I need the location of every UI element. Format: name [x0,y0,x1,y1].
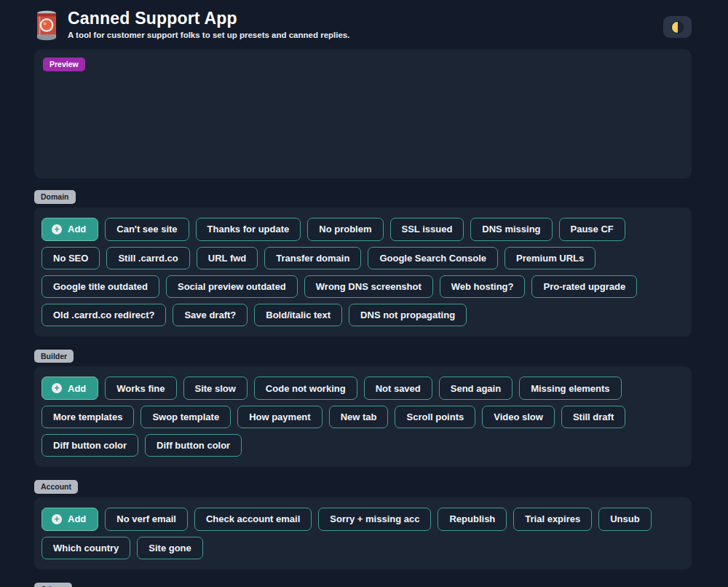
plus-circle-icon: + [52,224,62,235]
preset-chip[interactable]: No verf email [105,508,188,531]
preset-chip[interactable]: Check account email [194,508,312,531]
preset-chip[interactable]: Diff button color [145,434,242,457]
preset-chip[interactable]: Google Search Console [368,247,498,269]
preset-chip[interactable]: Works fine [105,377,176,400]
preset-chip[interactable]: Swop template [141,406,231,428]
preset-chip[interactable]: Web hosting? [440,275,526,298]
preset-chip[interactable]: Save draft? [173,304,248,326]
section-label-badge: Account [34,480,78,494]
preset-section: Others +Add Print receiptReferral progra… [34,582,692,587]
preset-chip[interactable]: Premium URLs [505,247,596,269]
preset-section: Domain +Add Can't see siteThanks for upd… [34,189,692,336]
preset-chip[interactable]: Site gone [137,537,203,559]
preview-badge: Preview [43,58,85,71]
preset-chip[interactable]: Diff button color [41,434,138,457]
preset-chip[interactable]: Google title outdated [41,275,159,298]
preset-chip[interactable]: Video slow [482,406,555,428]
section-label-badge: Domain [34,190,76,204]
page-title: Canned Support App [68,9,349,28]
preset-chip[interactable]: Wrong DNS screenshot [304,275,433,298]
preset-chip[interactable]: Social preview outdated [166,275,298,298]
preset-chip[interactable]: Sorry + missing acc [318,508,431,531]
app-header: Canned Support App A tool for customer s… [34,9,692,41]
title-block: Canned Support App A tool for customer s… [68,9,349,39]
preset-chip[interactable]: Can't see site [105,218,189,241]
half-moon-icon [671,21,684,34]
preset-chip[interactable]: Trial expires [513,508,592,531]
preset-chip[interactable]: How payment [237,406,323,428]
add-preset-button[interactable]: +Add [41,508,98,531]
preset-chip[interactable]: Missing elements [519,377,621,400]
preset-chip[interactable]: Pause CF [559,218,625,241]
section-chips-panel: +Add Can't see siteThanks for updateNo p… [34,208,692,336]
preview-panel: Preview [34,50,692,178]
section-chips-panel: +Add Works fineSite slowCode not working… [34,366,692,467]
page-subtitle: A tool for customer support folks to set… [68,31,349,39]
preset-chip[interactable]: Unsub [598,508,651,531]
add-preset-button[interactable]: +Add [41,377,98,400]
preset-section: Account +Add No verf emailCheck account … [34,479,692,570]
plus-circle-icon: + [52,383,62,393]
add-preset-button[interactable]: +Add [41,218,98,241]
sections-container: Domain +Add Can't see siteThanks for upd… [34,189,692,587]
preset-chip[interactable]: Republish [438,508,507,531]
preset-chip[interactable]: Not saved [364,377,432,400]
preset-chip[interactable]: Scroll points [395,406,475,428]
canned-food-icon [34,10,59,41]
preset-chip[interactable]: No SEO [41,247,100,269]
preset-chip[interactable]: No problem [307,218,383,241]
preset-chip[interactable]: Still draft [561,406,625,428]
preset-chip[interactable]: Code not working [254,377,357,400]
preset-chip[interactable]: Thanks for update [196,218,301,241]
preset-chip[interactable]: Site slow [183,377,248,400]
preset-section: Builder +Add Works fineSite slowCode not… [34,349,692,468]
preset-chip[interactable]: DNS not propagating [349,304,467,326]
preset-chip[interactable]: DNS missing [470,218,552,241]
preset-chip[interactable]: Bold/italic text [254,304,342,326]
preset-chip[interactable]: Which country [41,537,130,559]
plus-circle-icon: + [52,514,62,524]
section-label-badge: Others [34,583,72,587]
theme-toggle-button[interactable] [663,16,692,38]
header-left: Canned Support App A tool for customer s… [34,9,349,41]
preset-chip[interactable]: Send again [439,377,513,400]
preset-chip[interactable]: SSL issued [390,218,464,241]
preset-chip[interactable]: Transfer domain [264,247,361,269]
preset-chip[interactable]: Still .carrd.co [106,247,189,269]
preset-chip[interactable]: More templates [41,406,134,428]
section-chips-panel: +Add No verf emailCheck account emailSor… [34,497,692,570]
preset-chip[interactable]: URL fwd [197,247,258,269]
section-label-badge: Builder [34,350,74,363]
preset-chip[interactable]: Pro-rated upgrade [531,275,637,298]
preset-chip[interactable]: Old .carrd.co redirect? [41,304,166,326]
preset-chip[interactable]: New tab [329,406,389,428]
